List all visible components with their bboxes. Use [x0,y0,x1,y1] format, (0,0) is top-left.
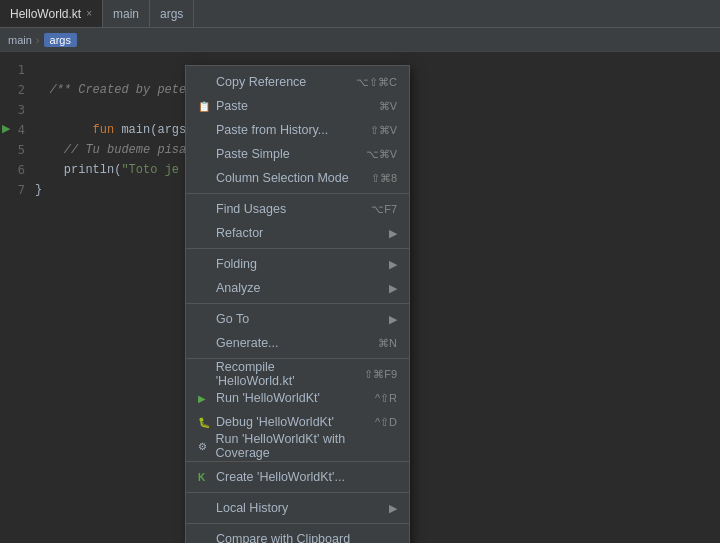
menu-analyze-label: Analyze [216,281,260,295]
separator-2 [186,248,409,249]
run-icon: ▶ [198,393,212,404]
menu-analyze[interactable]: Analyze ▶ [186,276,409,300]
menu-go-to-label: Go To [216,312,249,326]
tab-bar: HelloWorld.kt × main args [0,0,720,28]
breadcrumb: main › args [0,28,720,52]
menu-paste-history-label: Paste from History... [216,123,328,137]
tab-args-label: args [160,7,183,21]
menu-debug-label: Debug 'HelloWorldKt' [216,415,334,429]
folding-arrow-icon: ▶ [389,258,397,271]
paste-icon: 📋 [198,101,212,112]
breadcrumb-item-args[interactable]: args [44,33,77,47]
menu-paste-label: Paste [216,99,248,113]
menu-paste[interactable]: 📋 Paste ⌘V [186,94,409,118]
menu-run-shortcut: ^⇧R [375,392,397,405]
separator-4 [186,358,409,359]
editor-area: HelloWorld.kt × main args main › args 1 … [0,0,720,543]
menu-paste-simple[interactable]: Paste Simple ⌥⌘V [186,142,409,166]
menu-create[interactable]: K Create 'HelloWorldKt'... [186,465,409,489]
menu-recompile-shortcut: ⇧⌘F9 [364,368,397,381]
tab-args[interactable]: args [150,0,194,27]
menu-debug-shortcut: ^⇧D [375,416,397,429]
line-num-5: 5 [0,143,35,157]
line-content-6: println("Toto je m [35,163,193,177]
menu-column-selection-shortcut: ⇧⌘8 [371,172,397,185]
menu-column-selection[interactable]: Column Selection Mode ⇧⌘8 [186,166,409,190]
refactor-arrow-icon: ▶ [389,227,397,240]
context-menu: Copy Reference ⌥⇧⌘C 📋 Paste ⌘V Paste fro… [185,65,410,543]
line-num-6: 6 [0,163,35,177]
menu-debug[interactable]: 🐛 Debug 'HelloWorldKt' ^⇧D [186,410,409,434]
menu-run-label: Run 'HelloWorldKt' [216,391,320,405]
menu-paste-history[interactable]: Paste from History... ⇧⌘V [186,118,409,142]
menu-folding[interactable]: Folding ▶ [186,252,409,276]
menu-run-coverage-label: Run 'HelloWorldKt' with Coverage [216,432,397,460]
menu-copy-reference[interactable]: Copy Reference ⌥⇧⌘C [186,70,409,94]
create-icon: K [198,472,212,483]
line-num-2: 2 [0,83,35,97]
menu-find-usages[interactable]: Find Usages ⌥F7 [186,197,409,221]
menu-create-label: Create 'HelloWorldKt'... [216,470,345,484]
tab-main-label: main [113,7,139,21]
menu-copy-reference-shortcut: ⌥⇧⌘C [356,76,397,89]
go-to-arrow-icon: ▶ [389,313,397,326]
menu-paste-simple-label: Paste Simple [216,147,290,161]
line-num-1: 1 [0,63,35,77]
run-gutter-icon[interactable]: ▶ [2,122,10,135]
menu-recompile[interactable]: Recompile 'HelloWorld.kt' ⇧⌘F9 [186,362,409,386]
debug-icon: 🐛 [198,417,212,428]
line-num-7: 7 [0,183,35,197]
run-coverage-icon: ⚙ [198,441,212,452]
menu-refactor[interactable]: Refactor ▶ [186,221,409,245]
menu-folding-label: Folding [216,257,257,271]
line-num-3: 3 [0,103,35,117]
menu-local-history-label: Local History [216,501,288,515]
menu-find-usages-label: Find Usages [216,202,286,216]
menu-run[interactable]: ▶ Run 'HelloWorldKt' ^⇧R [186,386,409,410]
tab-main[interactable]: main [103,0,150,27]
local-history-arrow-icon: ▶ [389,502,397,515]
breadcrumb-item-main[interactable]: main [8,34,32,46]
tab-label: HelloWorld.kt [10,7,81,21]
menu-paste-history-shortcut: ⇧⌘V [370,124,397,137]
menu-go-to[interactable]: Go To ▶ [186,307,409,331]
menu-generate-shortcut: ⌘N [378,337,397,350]
menu-compare-clipboard-label: Compare with Clipboard [216,532,350,543]
menu-copy-reference-label: Copy Reference [216,75,306,89]
menu-paste-simple-shortcut: ⌥⌘V [366,148,397,161]
breadcrumb-separator: › [36,34,40,46]
separator-3 [186,303,409,304]
separator-5 [186,461,409,462]
menu-recompile-label: Recompile 'HelloWorld.kt' [216,360,354,388]
line-content-7: } [35,183,42,197]
menu-column-selection-label: Column Selection Mode [216,171,349,185]
menu-run-coverage[interactable]: ⚙ Run 'HelloWorldKt' with Coverage [186,434,409,458]
separator-1 [186,193,409,194]
menu-generate[interactable]: Generate... ⌘N [186,331,409,355]
menu-local-history[interactable]: Local History ▶ [186,496,409,520]
menu-find-usages-shortcut: ⌥F7 [371,203,397,216]
tab-helloworld[interactable]: HelloWorld.kt × [0,0,103,27]
menu-generate-label: Generate... [216,336,279,350]
menu-compare-clipboard[interactable]: Compare with Clipboard [186,527,409,543]
analyze-arrow-icon: ▶ [389,282,397,295]
tab-close-icon[interactable]: × [86,8,92,19]
menu-refactor-label: Refactor [216,226,263,240]
separator-7 [186,523,409,524]
menu-paste-shortcut: ⌘V [379,100,397,113]
separator-6 [186,492,409,493]
